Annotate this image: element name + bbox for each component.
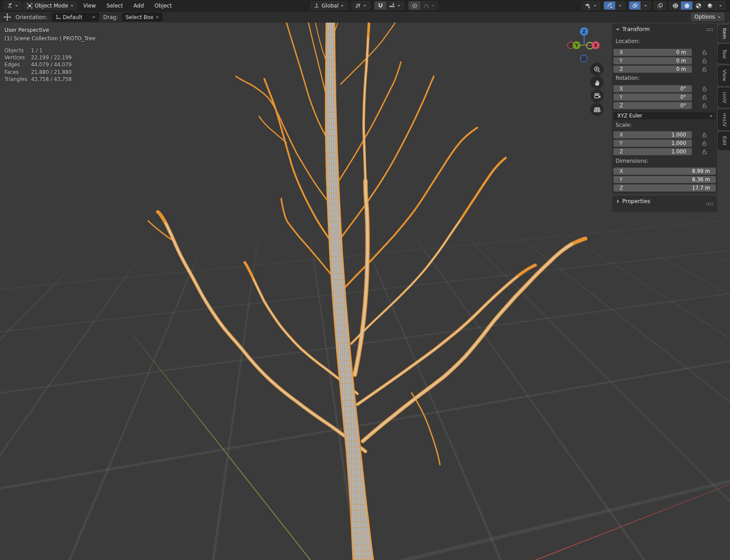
svg-text:Y: Y [574, 43, 578, 48]
panel-drag-handle[interactable] [706, 202, 713, 205]
properties-panel-header[interactable]: Properties [616, 198, 650, 204]
panel-drag-handle[interactable] [706, 28, 713, 31]
xray-toggle[interactable] [654, 1, 666, 10]
lock-location-x[interactable] [701, 49, 708, 56]
snap-settings-dropdown[interactable] [386, 1, 404, 10]
axis-pos-y[interactable]: Y [573, 41, 581, 49]
lock-scale-y[interactable] [701, 140, 708, 147]
editor-type-selector[interactable] [4, 1, 22, 10]
scale-y-field[interactable]: Y1.000 [613, 140, 692, 147]
falloff-dropdown [420, 1, 438, 10]
axis-pos-z[interactable]: Z [580, 27, 589, 36]
lock-location-y[interactable] [701, 57, 708, 64]
dimensions-label: Dimensions: [616, 158, 648, 164]
axis-pos-x[interactable]: X [592, 41, 600, 49]
tab-view[interactable]: View [718, 66, 730, 86]
gizmos-toggle-icon [607, 3, 613, 9]
orientation-default-value: Default [63, 14, 82, 20]
open-lock-icon [702, 58, 707, 64]
stat-vertices: Vertices22,199 / 22,199 [4, 54, 95, 61]
viewport-header: Object Mode View Select Add Object Globa… [0, 0, 730, 11]
object-mode-icon [27, 3, 33, 9]
location-label: Location: [616, 38, 640, 44]
shading-material-button[interactable] [692, 1, 704, 10]
axis-neg-z[interactable] [581, 55, 588, 62]
sidebar-properties-panel[interactable]: Properties [612, 196, 717, 212]
gizmos-dropdown[interactable] [615, 1, 625, 10]
proportional-edit-toggle[interactable] [408, 1, 420, 10]
pan-button[interactable] [590, 76, 604, 89]
tab-rmuv[interactable]: rmUV [718, 110, 730, 130]
pivot-point-icon [355, 3, 361, 9]
lock-scale-x[interactable] [701, 131, 708, 138]
rotation-y-field[interactable]: Y0° [613, 94, 692, 101]
shading-dropdown[interactable] [715, 1, 726, 10]
mode-selector[interactable]: Object Mode [24, 1, 77, 10]
orientation-default-dropdown[interactable]: Default [52, 13, 99, 21]
tab-edit[interactable]: Edit [718, 132, 730, 150]
snap-toggle[interactable] [374, 1, 386, 10]
drag-mode-dropdown[interactable]: Select Box [122, 13, 162, 21]
snap-magnet-icon [377, 3, 384, 9]
options-label: Options [695, 14, 715, 20]
tree-object[interactable] [148, 23, 585, 560]
overlays-dropdown[interactable] [640, 1, 651, 10]
scale-x-field[interactable]: X1.000 [613, 131, 692, 138]
menu-view[interactable]: View [79, 1, 100, 10]
transform-orientation-dropdown[interactable]: Global [310, 1, 347, 10]
shading-wireframe-button[interactable] [669, 1, 681, 10]
options-button[interactable]: Options [691, 12, 725, 21]
rendered-shading-icon [707, 3, 713, 9]
menu-select[interactable]: Select [102, 1, 127, 10]
editor-type-icon [7, 3, 13, 9]
location-y-field[interactable]: Y0 m [613, 57, 692, 64]
camera-view-button[interactable] [590, 89, 604, 102]
rotation-z-field[interactable]: Z0° [613, 102, 692, 109]
menu-object[interactable]: Object [150, 1, 176, 10]
lock-rotation-x[interactable] [701, 85, 708, 92]
transform-title: Transform [622, 26, 650, 32]
overlays-toggle[interactable] [629, 1, 640, 10]
dimension-z-field[interactable]: Z17.7 m [613, 184, 716, 192]
stat-objects: Objects1 / 1 [4, 47, 95, 54]
rotation-mode-dropdown[interactable]: XYZ Euler [613, 112, 716, 119]
scale-z-field[interactable]: Z1.000 [613, 148, 692, 155]
sidebar-transform-panel: Transform Location: X0 m Y0 m Z0 m Rotat… [612, 23, 717, 194]
location-x-field[interactable]: X0 m [613, 49, 692, 56]
collection-path: (1) Scene Collection | PROTO_Tree [4, 35, 95, 42]
object-visibility-dropdown[interactable] [582, 1, 600, 10]
move-tool-icon[interactable] [4, 13, 11, 21]
dimension-x-field[interactable]: X8.99 m [613, 168, 716, 175]
tab-item[interactable]: Item [718, 25, 730, 42]
navigation-gizmo[interactable]: Z Y X [566, 27, 602, 63]
lock-rotation-y[interactable] [701, 94, 708, 101]
ortho-toggle-button[interactable] [590, 103, 604, 116]
rotation-x-field[interactable]: X0° [613, 85, 692, 92]
zoom-button[interactable] [590, 63, 604, 76]
shading-solid-button[interactable] [681, 1, 692, 10]
shading-rendered-button[interactable] [704, 1, 715, 10]
lock-location-z[interactable] [701, 66, 708, 73]
lock-scale-z[interactable] [701, 148, 708, 155]
transform-panel-header[interactable]: Transform [616, 26, 650, 32]
snap-increment-icon [389, 3, 395, 9]
open-lock-icon [702, 94, 707, 100]
tab-univ[interactable]: UniV [718, 88, 730, 107]
rotation-label: Rotation: [616, 75, 640, 81]
stat-triangles: Triangles43,758 / 43,758 [4, 76, 95, 83]
ortho-grid-icon [593, 106, 601, 114]
tab-tool[interactable]: Tool [718, 44, 730, 63]
tool-settings-bar: Orientation: Default Drag: Select Box Op… [0, 11, 730, 23]
menu-add[interactable]: Add [129, 1, 148, 10]
blender-window: › User Perspective (1) Scene Collection … [0, 0, 730, 560]
solid-shading-icon [684, 3, 690, 9]
pivot-point-dropdown[interactable] [352, 1, 370, 10]
global-axis-icon [314, 3, 320, 9]
overlays-toggle-icon [632, 3, 638, 9]
lock-rotation-z[interactable] [701, 102, 708, 109]
zoom-icon [593, 66, 601, 73]
location-z-field[interactable]: Z0 m [613, 66, 692, 73]
dimension-y-field[interactable]: Y8.36 m [613, 176, 716, 183]
gizmos-toggle[interactable] [604, 1, 615, 10]
y-axis-line [134, 336, 310, 560]
